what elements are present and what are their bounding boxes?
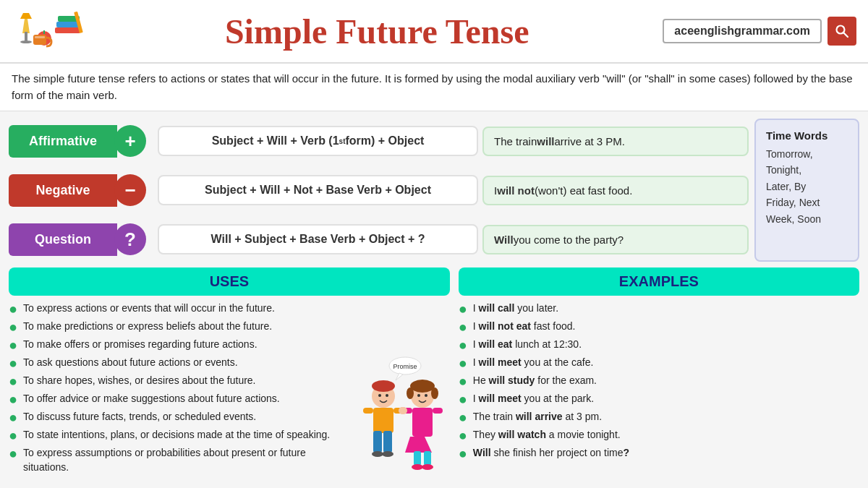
bullet-icon: ●: [9, 410, 17, 424]
list-item: ●He will study for the exam.: [459, 374, 859, 388]
svg-point-33: [417, 394, 420, 397]
svg-rect-26: [383, 431, 392, 453]
bullet-icon: ●: [459, 301, 467, 316]
question-label-text: Question: [9, 223, 117, 256]
character-illustration: Promise: [356, 301, 450, 478]
header-illustration: [12, 6, 91, 56]
bullet-icon: ●: [9, 392, 17, 406]
list-item: ●They will watch a movie tonight.: [459, 428, 859, 442]
svg-point-19: [378, 394, 381, 397]
bullet-icon: ●: [9, 320, 17, 334]
intro-text: The simple future tense refers to action…: [0, 64, 868, 111]
question-label: Question ?: [9, 223, 153, 256]
svg-point-44: [399, 407, 407, 414]
svg-marker-16: [396, 373, 403, 380]
list-item: ●To express actions or events that will …: [9, 301, 350, 316]
examples-column: EXAMPLES ●I will call you later. ●I will…: [459, 267, 859, 478]
svg-marker-36: [405, 437, 432, 453]
svg-rect-25: [373, 431, 382, 453]
list-item: ●The train will arrive at 3 pm.: [459, 410, 859, 424]
affirmative-label-text: Affirmative: [9, 125, 117, 158]
question-icon: ?: [114, 223, 146, 255]
svg-point-28: [382, 451, 393, 457]
search-button[interactable]: [827, 17, 856, 46]
question-example: Will you come to the party?: [482, 225, 749, 254]
svg-rect-35: [412, 408, 433, 437]
svg-point-32: [431, 388, 438, 399]
svg-rect-5: [56, 22, 80, 27]
negative-formula: Subject + Will + Not + Base Verb + Objec…: [158, 175, 478, 205]
svg-rect-38: [433, 408, 443, 414]
list-item: ●I will meet you at the park.: [459, 392, 859, 406]
affirmative-row: Affirmative + Subject + Will + Verb (1st…: [9, 119, 749, 163]
svg-marker-3: [20, 13, 32, 19]
question-row: Question ? Will + Subject + Base Verb + …: [9, 217, 749, 262]
bullet-icon: ●: [9, 428, 17, 442]
bullet-icon: ●: [459, 374, 467, 388]
svg-point-30: [410, 380, 435, 393]
uses-header: USES: [9, 267, 450, 296]
bullet-icon: ●: [459, 446, 467, 461]
question-formula: Will + Subject + Base Verb + Object + ?: [158, 224, 478, 254]
list-item: ●Will she finish her project on time?: [459, 446, 859, 461]
bullet-icon: ●: [459, 338, 467, 352]
svg-rect-21: [373, 408, 393, 433]
bullet-icon: ●: [459, 392, 467, 406]
svg-point-27: [372, 451, 383, 457]
svg-point-20: [386, 394, 388, 397]
svg-rect-9: [43, 30, 45, 34]
list-item: ●I will meet you at the cafe.: [459, 356, 859, 370]
svg-point-43: [422, 464, 433, 470]
bullet-icon: ●: [459, 320, 467, 334]
examples-header: EXAMPLES: [459, 267, 859, 296]
bullet-icon: ●: [9, 356, 17, 370]
time-words-title: Time Words: [766, 127, 827, 145]
bullet-icon: ●: [459, 410, 467, 424]
list-item: ●I will eat lunch at 12:30.: [459, 338, 859, 352]
negative-label-text: Negative: [9, 174, 117, 207]
negative-row: Negative − Subject + Will + Not + Base V…: [9, 168, 749, 213]
svg-rect-41: [424, 451, 431, 466]
affirmative-icon: +: [114, 125, 146, 157]
list-item: ●To ask questions about future actions o…: [9, 356, 350, 370]
svg-point-31: [407, 388, 414, 399]
characters-svg: Promise: [356, 351, 450, 478]
time-words-box: Time Words Tomorrow,Tonight,Later, ByFri…: [754, 119, 859, 262]
svg-rect-22: [363, 408, 373, 414]
list-item: ●To make predictions or express beliefs …: [9, 320, 350, 334]
time-words-list: Tomorrow,Tonight,Later, ByFriday, NextWe…: [766, 146, 821, 227]
search-icon: [835, 24, 849, 38]
list-item: ●To express assumptions or probabilities…: [9, 446, 350, 474]
examples-list: ●I will call you later. ●I will not eat …: [459, 301, 859, 461]
list-item: ●To make offers or promises regarding fu…: [9, 338, 350, 352]
affirmative-label: Affirmative +: [9, 125, 153, 158]
list-item: ●To share hopes, wishes, or desires abou…: [9, 374, 350, 388]
affirmative-example: The train will arrive at 3 PM.: [482, 127, 749, 156]
page-title: Simple Future Tense: [103, 12, 651, 51]
header: Simple Future Tense aceenglishgrammar.co…: [0, 0, 868, 64]
svg-point-2: [20, 40, 32, 43]
list-item: ●To offer advice or make suggestions abo…: [9, 392, 350, 406]
negative-label: Negative −: [9, 174, 153, 207]
uses-inner: ●To express actions or events that will …: [9, 301, 450, 478]
bullet-icon: ●: [9, 301, 17, 316]
svg-marker-0: [22, 19, 30, 33]
main-content: Affirmative + Subject + Will + Verb (1st…: [0, 111, 868, 485]
negative-example: I will not (won't) eat fast food.: [482, 176, 749, 205]
uses-list-container: ●To express actions or events that will …: [9, 301, 350, 478]
svg-rect-4: [55, 27, 80, 33]
svg-text:Promise: Promise: [393, 363, 417, 370]
bullet-icon: ●: [459, 428, 467, 442]
bullet-icon: ●: [459, 356, 467, 370]
tense-table: Affirmative + Subject + Will + Verb (1st…: [9, 119, 859, 262]
svg-point-42: [412, 464, 423, 470]
svg-line-13: [844, 33, 848, 38]
svg-rect-40: [414, 451, 421, 466]
affirmative-formula: Subject + Will + Verb (1st form) + Objec…: [158, 126, 478, 156]
bullet-icon: ●: [9, 374, 17, 388]
svg-rect-11: [35, 36, 45, 38]
uses-list: ●To express actions or events that will …: [9, 301, 350, 474]
tense-rows: Affirmative + Subject + Will + Verb (1st…: [9, 119, 749, 262]
page: Simple Future Tense aceenglishgrammar.co…: [0, 0, 868, 488]
svg-rect-1: [25, 32, 27, 42]
